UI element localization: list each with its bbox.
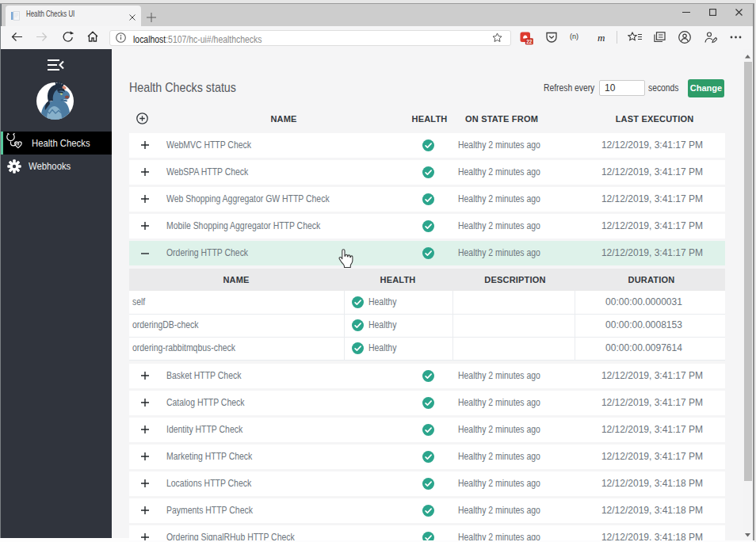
svg-text:22: 22 xyxy=(526,39,533,44)
